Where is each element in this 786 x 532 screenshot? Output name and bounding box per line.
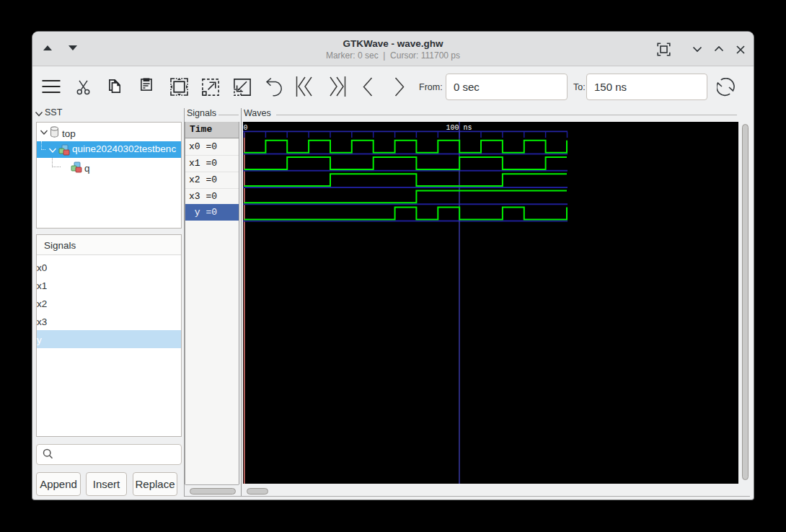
svg-text:100 ns: 100 ns [446, 124, 472, 132]
svg-text:0: 0 [244, 124, 248, 132]
